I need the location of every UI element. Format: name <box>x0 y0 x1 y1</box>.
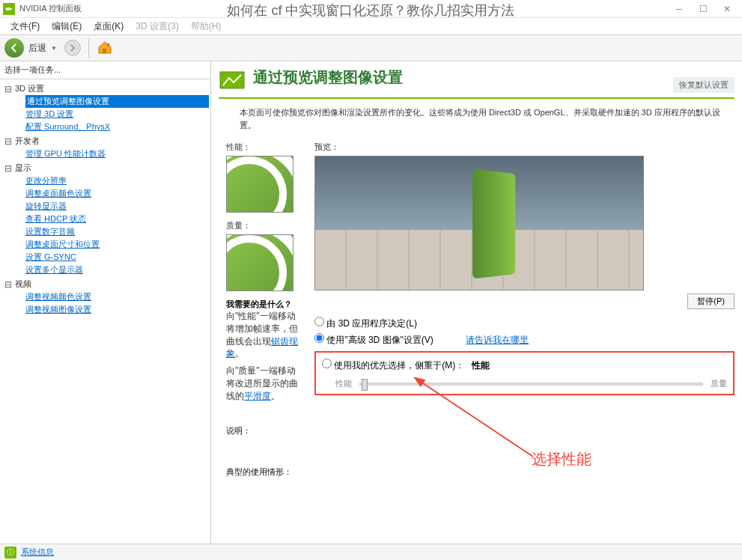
preview-3d-logo <box>472 169 515 279</box>
hint-title: 我需要的是什么？ <box>226 299 299 310</box>
close-button[interactable]: ✕ <box>715 1 739 17</box>
toolbar: 后退 ▼ <box>0 34 742 61</box>
back-button[interactable] <box>4 38 24 58</box>
annotation-label: 选择性能 <box>532 449 592 469</box>
performance-icon <box>226 156 294 213</box>
tree-item[interactable]: 查看 HDCP 状态 <box>25 213 209 225</box>
tree-item[interactable]: 设置 G-SYNC <box>25 251 209 264</box>
minimize-button[interactable]: ─ <box>667 1 691 17</box>
menu-desktop[interactable]: 桌面(K) <box>89 19 128 34</box>
tree-item[interactable]: 配置 Surround、PhysX <box>25 121 209 133</box>
slider-label-performance: 性能 <box>335 378 352 389</box>
radio-use-my-preference[interactable]: 使用我的优先选择，侧重于(M)： 性能 <box>322 357 727 374</box>
system-info-link[interactable]: 系统信息 <box>21 547 54 558</box>
performance-label: 性能： <box>226 141 299 153</box>
tree-item[interactable]: 调整视频图像设置 <box>25 303 209 316</box>
collapse-icon: ⊟ <box>4 136 15 147</box>
tree-item[interactable]: 旋转显示器 <box>25 200 209 213</box>
restore-defaults-button[interactable]: 恢复默认设置 <box>673 77 735 93</box>
tree-item[interactable]: 调整视频颜色设置 <box>25 290 209 303</box>
sidebar-header: 选择一项任务... <box>0 61 210 79</box>
preview-label: 预览： <box>314 141 735 153</box>
forward-button[interactable] <box>64 40 81 56</box>
quality-icon <box>226 234 294 291</box>
hint-text-2: 向"质量"一端移动将改进所显示的曲线的平滑度。 <box>226 365 299 402</box>
tree-group[interactable]: ⊟开发者 <box>1 135 209 147</box>
typical-usage-section-label: 典型的使用情形： <box>219 466 735 478</box>
radio-let-app-decide[interactable]: 由 3D 应用程序决定(L) <box>314 315 735 332</box>
header-icon <box>219 67 246 93</box>
back-dropdown-icon[interactable]: ▼ <box>51 45 57 52</box>
sidebar: 选择一项任务... ⊟3D 设置通过预览调整图像设置管理 3D 设置配置 Sur… <box>0 61 211 544</box>
overlay-caption: 如何在 cf 中实现窗口化还原？教你几招实用方法 <box>227 1 514 19</box>
tree-item[interactable]: 管理 GPU 性能计数器 <box>25 147 209 160</box>
nvidia-logo-icon <box>3 3 15 15</box>
tree-item[interactable]: 设置多个显示器 <box>25 264 209 276</box>
statusbar: ⓘ 系统信息 <box>0 544 742 560</box>
slider-label-quality: 质量 <box>711 378 727 389</box>
back-label: 后退 <box>28 42 46 55</box>
svg-rect-0 <box>103 49 106 53</box>
description-section-label: 说明： <box>219 425 735 436</box>
tree-item[interactable]: 调整桌面尺寸和位置 <box>25 238 209 251</box>
tree-item[interactable]: 通过预览调整图像设置 <box>25 95 209 108</box>
preview-box <box>314 156 644 290</box>
menu-file[interactable]: 文件(F) <box>6 19 44 34</box>
tell-me-where-link[interactable]: 请告诉我在哪里 <box>466 335 529 345</box>
task-tree: ⊟3D 设置通过预览调整图像设置管理 3D 设置配置 Surround、Phys… <box>0 79 210 544</box>
menubar: 文件(F) 编辑(E) 桌面(K) 3D 设置(3) 帮助(H) <box>0 18 742 34</box>
hint-text-1: 向"性能"一端移动将增加帧速率，但曲线会出现锯齿现象。 <box>226 310 299 360</box>
tree-item[interactable]: 设置数字音频 <box>25 225 209 238</box>
page-title: 通过预览调整图像设置 <box>253 67 673 88</box>
tree-item[interactable]: 调整桌面颜色设置 <box>25 187 209 200</box>
maximize-button[interactable]: ☐ <box>691 1 715 17</box>
tree-item[interactable]: 更改分辨率 <box>25 174 209 187</box>
radio-use-advanced[interactable]: 使用"高级 3D 图像"设置(V) 请告诉我在哪里 <box>314 332 735 348</box>
tree-group[interactable]: ⊟显示 <box>1 162 209 174</box>
highlighted-option-box: 使用我的优先选择，侧重于(M)： 性能 性能 质量 <box>314 351 735 395</box>
pause-button[interactable]: 暂停(P) <box>687 293 735 309</box>
page-description: 本页面可使你预览你对图像和渲染设置所作的变化。这些将成为使用 Direct3D … <box>219 106 735 131</box>
menu-help[interactable]: 帮助(H) <box>186 19 226 34</box>
tree-group[interactable]: ⊟3D 设置 <box>1 82 209 95</box>
tree-group[interactable]: ⊟视频 <box>1 278 209 290</box>
content-pane: 通过预览调整图像设置 恢复默认设置 本页面可使你预览你对图像和渲染设置所作的变化… <box>211 61 742 544</box>
menu-edit[interactable]: 编辑(E) <box>47 19 86 34</box>
window-title: NVIDIA 控制面板 <box>19 3 82 14</box>
smoothness-link[interactable]: 平滑度 <box>244 391 271 401</box>
collapse-icon: ⊟ <box>4 84 15 94</box>
tree-item[interactable]: 管理 3D 设置 <box>25 108 209 121</box>
collapse-icon: ⊟ <box>4 163 15 174</box>
menu-3d-settings[interactable]: 3D 设置(3) <box>131 19 183 34</box>
info-icon: ⓘ <box>4 547 16 559</box>
collapse-icon: ⊟ <box>4 279 15 290</box>
quality-label: 质量： <box>226 220 299 231</box>
preference-slider[interactable] <box>359 383 703 386</box>
home-button[interactable] <box>97 40 115 56</box>
